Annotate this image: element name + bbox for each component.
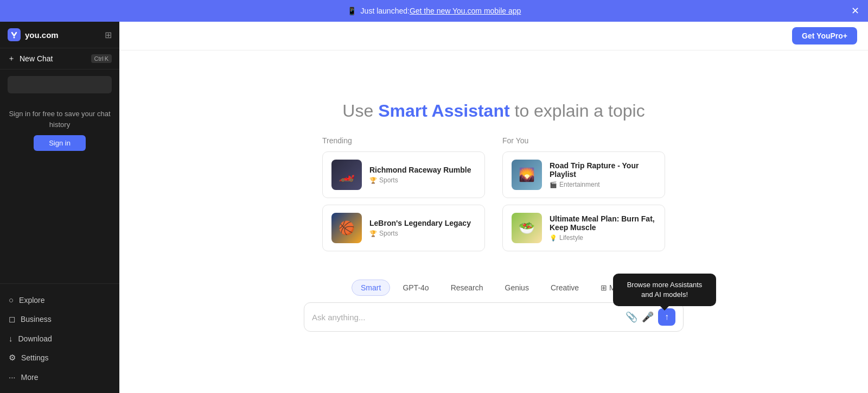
settings-icon: ⚙ (9, 353, 16, 363)
explore-icon: ○ (9, 295, 14, 305)
sidebar-bottom-nav: ○ Explore ◻ Business ↓ Download ⚙ Settin… (0, 283, 119, 393)
more-icon: ··· (9, 372, 16, 382)
tab-gpt4o[interactable]: GPT-4o (393, 280, 438, 296)
sign-in-text: Sign in for free to save your chat histo… (8, 109, 112, 130)
lebron-category: 🏆 Sports (369, 230, 471, 237)
attach-button[interactable]: 📎 (626, 311, 637, 323)
plus-icon: ＋ (8, 54, 15, 64)
mode-tabs: Smart GPT-4o Research Genius Creative ⊞ … (352, 280, 636, 296)
meal-cat-label: Lifestyle (559, 234, 583, 242)
sidebar-item-explore[interactable]: ○ Explore (0, 290, 119, 309)
main-topbar: Get YouPro+ (119, 22, 868, 50)
grid-icon: ⊞ (601, 283, 607, 292)
for-you-label: For You (502, 136, 665, 145)
roadtrip-info: Road Trip Rapture - Your Playlist 🎬 Ente… (550, 161, 656, 188)
sidebar-item-explore-label: Explore (19, 296, 44, 305)
roadtrip-cat-icon: 🎬 (550, 181, 557, 188)
tab-research[interactable]: Research (442, 280, 493, 296)
hero-suffix: to explain a topic (510, 101, 645, 121)
chat-input-bar: 📎 🎤 ↑ (304, 302, 684, 332)
roadtrip-cat-label: Entertainment (559, 181, 600, 188)
lebron-cat-label: Sports (379, 230, 398, 237)
sidebar-search-area (0, 69, 119, 100)
tab-smart[interactable]: Smart (352, 280, 390, 296)
svg-point-1 (14, 37, 15, 39)
roadtrip-title: Road Trip Rapture - Your Playlist (550, 161, 656, 179)
hero-prefix: Use (342, 101, 378, 121)
content-area: Use Smart Assistant to explain a topic T… (119, 50, 868, 393)
hero-highlight: Smart Assistant (378, 101, 509, 121)
richmond-thumb: 🏎️ (331, 160, 362, 190)
logo-text: you.com (25, 30, 59, 40)
microphone-button[interactable]: 🎤 (642, 311, 654, 323)
lebron-title: LeBron's Legendary Legacy (369, 219, 471, 227)
new-chat-label: New Chat (20, 54, 53, 63)
paperclip-icon: 📎 (626, 311, 637, 323)
richmond-cat-icon: 🏆 (369, 177, 377, 184)
lebron-cat-icon: 🏆 (369, 230, 377, 237)
topic-card-roadtrip[interactable]: 🌄 Road Trip Rapture - Your Playlist 🎬 En… (502, 151, 665, 198)
business-icon: ◻ (9, 314, 15, 324)
meal-category: 💡 Lifestyle (550, 234, 656, 242)
send-icon: ↑ (665, 312, 669, 322)
cards-section: Trending 🏎️ Richmond Raceway Rumble 🏆 Sp… (322, 136, 665, 258)
layout-toggle-button[interactable]: ⊞ (105, 30, 112, 40)
sidebar-item-settings-label: Settings (21, 353, 49, 362)
hero-title: Use Smart Assistant to explain a topic (342, 101, 644, 121)
you-logo-icon (8, 28, 21, 41)
microphone-icon: 🎤 (642, 311, 654, 323)
richmond-title: Richmond Raceway Rumble (369, 166, 471, 174)
meal-info: Ultimate Meal Plan: Burn Fat, Keep Muscl… (550, 214, 656, 242)
sidebar-item-more[interactable]: ··· More (0, 367, 119, 386)
banner-text: Just launched: (361, 7, 410, 15)
new-chat-shortcut: Ctrl K (91, 54, 112, 63)
sidebar-search-bar (8, 76, 112, 93)
trending-label: Trending (322, 136, 485, 145)
get-youpro-button[interactable]: Get YouPro+ (792, 27, 857, 45)
tooltip-bubble: Browse more Assistants and AI models! (613, 274, 716, 306)
topic-card-meal[interactable]: 🥗 Ultimate Meal Plan: Burn Fat, Keep Mus… (502, 205, 665, 251)
tooltip-text: Browse more Assistants and AI models! (627, 281, 703, 299)
sign-in-button[interactable]: Sign in (34, 135, 86, 151)
roadtrip-thumb: 🌄 (512, 160, 542, 190)
banner-link[interactable]: Get the new You.com mobile app (410, 7, 521, 15)
sidebar-item-download-label: Download (18, 334, 52, 343)
lebron-thumb: 🏀 (331, 213, 362, 243)
sidebar-item-more-label: More (21, 373, 39, 382)
sidebar-logo: you.com (8, 28, 59, 41)
main-content: Get YouPro+ Use Smart Assistant to expla… (119, 22, 868, 393)
tab-creative[interactable]: Creative (541, 280, 588, 296)
banner-close-button[interactable]: ✕ (851, 6, 859, 16)
richmond-cat-label: Sports (379, 176, 398, 184)
banner-phone-icon: 📱 (347, 7, 356, 15)
top-banner: 📱 Just launched: Get the new You.com mob… (0, 0, 868, 22)
sidebar-item-settings[interactable]: ⚙ Settings (0, 348, 119, 367)
roadtrip-category: 🎬 Entertainment (550, 181, 656, 188)
meal-thumb: 🥗 (512, 213, 542, 243)
sidebar-item-business-label: Business (21, 315, 52, 324)
trending-column: Trending 🏎️ Richmond Raceway Rumble 🏆 Sp… (322, 136, 485, 258)
for-you-column: For You 🌄 Road Trip Rapture - Your Playl… (502, 136, 665, 258)
topic-card-richmond[interactable]: 🏎️ Richmond Raceway Rumble 🏆 Sports (322, 151, 485, 198)
topic-card-lebron[interactable]: 🏀 LeBron's Legendary Legacy 🏆 Sports (322, 205, 485, 251)
send-button[interactable]: ↑ (658, 308, 675, 326)
download-icon: ↓ (9, 334, 13, 343)
richmond-category: 🏆 Sports (369, 176, 471, 184)
meal-title: Ultimate Meal Plan: Burn Fat, Keep Muscl… (550, 214, 656, 232)
chat-input[interactable] (312, 313, 621, 322)
lebron-info: LeBron's Legendary Legacy 🏆 Sports (369, 219, 471, 237)
meal-cat-icon: 💡 (550, 234, 557, 242)
richmond-info: Richmond Raceway Rumble 🏆 Sports (369, 166, 471, 184)
tab-genius[interactable]: Genius (496, 280, 538, 296)
sidebar-header: you.com ⊞ (0, 22, 119, 48)
sidebar-item-download[interactable]: ↓ Download (0, 329, 119, 348)
sidebar-sign-in-section: Sign in for free to save your chat histo… (0, 100, 119, 283)
sidebar: you.com ⊞ ＋ New Chat Ctrl K Sign in for … (0, 22, 119, 393)
new-chat-button[interactable]: ＋ New Chat Ctrl K (0, 48, 119, 69)
sidebar-item-business[interactable]: ◻ Business (0, 309, 119, 329)
